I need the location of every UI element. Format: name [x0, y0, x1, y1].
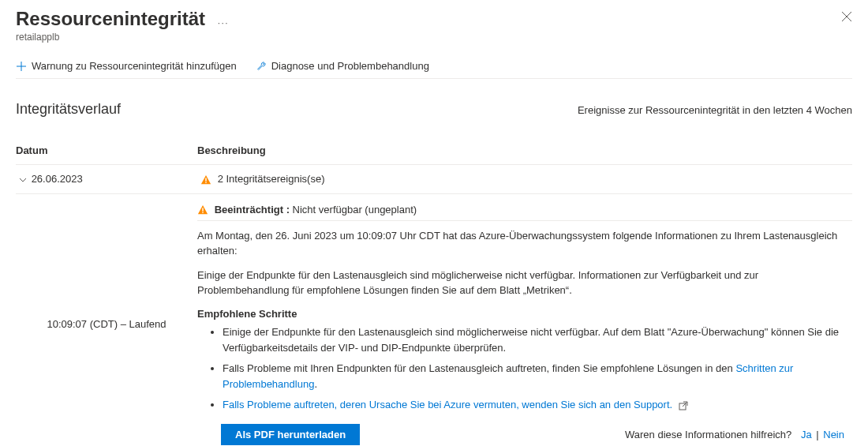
diagnose-button[interactable]: Diagnose und Problembehandlung — [256, 60, 429, 72]
external-link-icon — [679, 401, 688, 410]
table-header-row: Datum Beschreibung — [16, 140, 852, 165]
steps-heading: Empfohlene Schritte — [197, 308, 852, 320]
table-row-event: 10:09:07 (CDT) – Laufend Beeinträchtigt … — [16, 193, 852, 446]
event-status-line: Beeinträchtigt : Nicht verfügbar (ungepl… — [197, 204, 852, 222]
event-message-1: Am Montag, den 26. Juni 2023 um 10:09:07… — [197, 229, 852, 259]
history-section: Integritätsverlauf Ereignisse zur Ressou… — [16, 101, 852, 446]
step-item: Falls Probleme mit Ihren Endpunkten für … — [223, 361, 852, 392]
feedback-prompt: Waren diese Informationen hilfreich? Ja … — [625, 429, 844, 440]
svg-rect-9 — [202, 212, 203, 213]
col-desc: Beschreibung — [197, 140, 852, 165]
close-icon[interactable] — [841, 9, 852, 26]
add-alert-button[interactable]: Warnung zu Ressourcenintegrität hinzufüg… — [16, 60, 237, 72]
step-item: Falls Probleme auftreten, deren Ursache … — [223, 397, 852, 413]
toolbar-divider — [16, 78, 852, 79]
command-bar: Warnung zu Ressourcenintegrität hinzufüg… — [16, 60, 852, 72]
event-footer: Als PDF herunterladen Waren diese Inform… — [197, 424, 852, 445]
recommended-steps: Einige der Endpunkte für den Lastenausgl… — [197, 324, 852, 414]
add-alert-label: Warnung zu Ressourcenintegrität hinzufüg… — [32, 60, 237, 72]
event-time: 10:09:07 (CDT) – Laufend — [47, 318, 166, 330]
section-title: Integritätsverlauf — [16, 101, 121, 118]
svg-rect-6 — [205, 182, 206, 182]
diagnose-label: Diagnose und Problembehandlung — [271, 60, 429, 72]
blade-header: Ressourcenintegrität ··· retailapplb — [16, 8, 852, 43]
svg-line-11 — [683, 402, 687, 407]
svg-rect-8 — [202, 208, 203, 212]
feedback-question: Waren diese Informationen hilfreich? — [625, 429, 791, 440]
resource-name: retailapplb — [16, 32, 852, 43]
svg-rect-5 — [205, 178, 206, 181]
warning-icon — [197, 204, 208, 216]
page-title: Ressourcenintegrität — [16, 8, 205, 30]
chevron-down-icon — [19, 173, 28, 185]
section-header: Integritätsverlauf Ereignisse zur Ressou… — [16, 101, 852, 118]
history-table: Datum Beschreibung 26.06.2023 2 Integrit… — [16, 140, 852, 446]
table-row[interactable]: 26.06.2023 2 Integritätsereignis(se) — [16, 165, 852, 194]
step-item: Einige der Endpunkte für den Lastenausgl… — [223, 324, 852, 356]
feedback-yes[interactable]: Ja — [801, 429, 812, 440]
warning-icon — [200, 174, 211, 186]
row-date: 26.06.2023 — [32, 173, 83, 185]
col-date: Datum — [16, 140, 197, 165]
plus-icon — [16, 61, 27, 72]
event-status: Beeinträchtigt : — [215, 204, 290, 216]
section-meta: Ereignisse zur Ressourcenintegrität in d… — [578, 104, 852, 116]
support-link[interactable]: Falls Probleme auftreten, deren Ursache … — [223, 399, 672, 410]
event-message-2: Einige der Endpunkte für den Lastenausgl… — [197, 268, 852, 298]
feedback-no[interactable]: Nein — [823, 429, 844, 440]
event-status-detail: Nicht verfügbar (ungeplant) — [293, 204, 417, 216]
wrench-icon — [256, 61, 267, 72]
download-pdf-button[interactable]: Als PDF herunterladen — [221, 424, 360, 445]
more-menu[interactable]: ··· — [218, 17, 230, 28]
row-desc: 2 Integritätsereignis(se) — [218, 173, 325, 185]
